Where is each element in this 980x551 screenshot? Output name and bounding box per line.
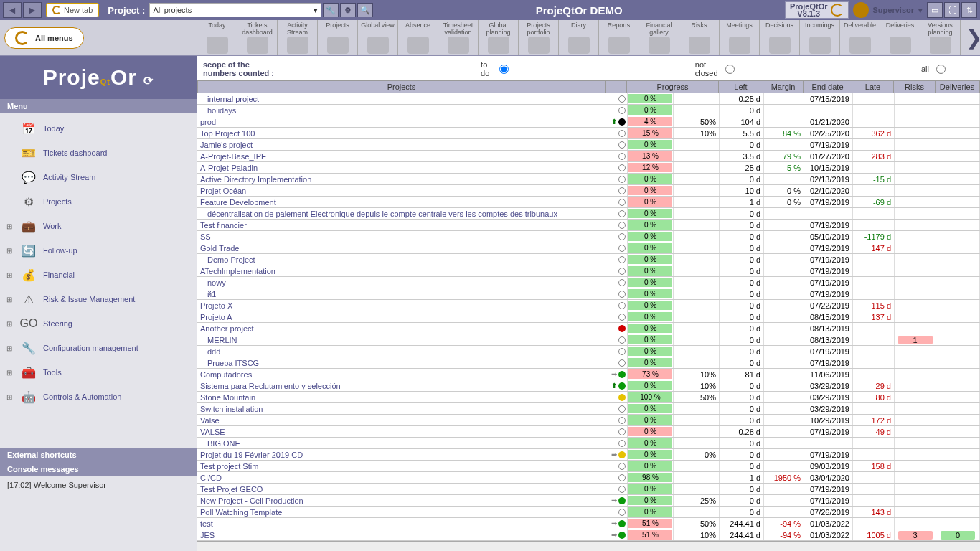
scope-notclosed-label[interactable]: not closed — [695, 60, 718, 77]
cell-project[interactable]: test — [197, 518, 606, 529]
nav-item[interactable]: Global planning — [479, 20, 519, 55]
sidebar-item[interactable]: ⊞🔄Follow-up — [0, 238, 197, 263]
sidebar-item[interactable]: ⊞💼Work — [0, 214, 197, 238]
sidebar-item[interactable]: ⊞GOSteering — [0, 311, 197, 336]
cell-project[interactable]: New Project - Cell Production — [197, 495, 606, 506]
table-row[interactable]: prod⬆4 %50%104 d01/21/2020 — [197, 116, 980, 128]
cell-project[interactable]: SS — [197, 231, 606, 242]
table-row[interactable]: ATechImplementation0 %0 d07/19/2019 — [197, 265, 980, 277]
cell-project[interactable]: ATechImplementation — [197, 265, 606, 276]
nav-item[interactable]: Reports — [599, 20, 639, 55]
scope-todo-radio[interactable] — [499, 65, 509, 74]
cell-project[interactable]: Switch installation — [197, 403, 606, 414]
table-row[interactable]: A-Projet-Paladin12 %25 d5 %10/15/2019 — [197, 162, 980, 174]
nav-item[interactable]: Diary — [559, 20, 599, 55]
sidebar-item[interactable]: ⊞⚠Risk & Issue Management — [0, 287, 197, 311]
table-row[interactable]: VALSE0 %0.28 d07/19/201949 d — [197, 426, 980, 438]
table-row[interactable]: New Project - Cell Production➡0 %25%0 d0… — [197, 495, 980, 507]
table-row[interactable]: internal project0 %0.25 d07/15/2019 — [197, 93, 980, 105]
cell-project[interactable]: internal project — [197, 93, 606, 104]
collapse-icon[interactable]: ▭ — [927, 2, 943, 18]
cell-project[interactable]: Top Project 100 — [197, 128, 606, 138]
cell-project[interactable]: Computadores — [197, 369, 606, 380]
cell-project[interactable]: Sistema para Reclutamiento y selección — [197, 380, 606, 391]
table-row[interactable]: JES➡51 %10%244.41 d-94 %01/03/20221005 d… — [197, 529, 980, 541]
project-selector[interactable]: All projects ▾ — [149, 3, 321, 17]
cell-project[interactable]: décentralisation de paiement Electroniqu… — [197, 208, 606, 219]
table-row[interactable]: A-Projet-Base_IPE13 %3.5 d79 %01/27/2020… — [197, 151, 980, 162]
table-row[interactable]: nowy0 %0 d07/19/2019 — [197, 277, 980, 288]
console-header[interactable]: Console messages — [0, 462, 197, 476]
cell-project[interactable]: Feature Development — [197, 197, 606, 207]
cell-project[interactable]: Projeto A — [197, 311, 606, 322]
cell-project[interactable]: Poll Watching Template — [197, 507, 606, 517]
nav-item[interactable]: Incomings — [800, 20, 840, 55]
cell-project[interactable]: Active Directory Implementation — [197, 174, 606, 184]
scope-todo-label[interactable]: to do — [481, 60, 492, 77]
cell-project[interactable]: JES — [197, 529, 606, 540]
table-row[interactable]: Prueba ITSCG0 %0 d07/19/2019 — [197, 357, 980, 369]
cell-project[interactable]: Test financier — [197, 220, 606, 230]
nav-item[interactable]: Decisions — [760, 20, 800, 55]
col-header-end[interactable]: End date — [804, 81, 852, 93]
sidebar-item[interactable]: ⊞🧰Tools — [0, 360, 197, 385]
nav-item[interactable]: Absence — [398, 20, 438, 55]
cell-project[interactable]: Another project — [197, 323, 606, 334]
search-icon[interactable]: 🔍 — [357, 3, 373, 17]
table-row[interactable]: Projeto X0 %0 d07/22/2019115 d — [197, 300, 980, 311]
col-header-progress[interactable]: Progress — [627, 81, 719, 93]
table-row[interactable]: Projeto A0 %0 d08/15/2019137 d — [197, 311, 980, 323]
sidebar-item[interactable]: 🎫Tickets dashboard — [0, 141, 197, 165]
nav-item[interactable]: Risks — [679, 20, 720, 55]
table-row[interactable]: Feature Development0 %1 d0 %07/19/2019-6… — [197, 197, 980, 208]
col-header-late[interactable]: Late — [852, 81, 894, 93]
table-row[interactable]: MERLIN0 %0 d08/13/20191 — [197, 334, 980, 346]
table-row[interactable]: Valse0 %0 d10/29/2019172 d — [197, 415, 980, 426]
sidebar-item[interactable]: 📅Today — [0, 116, 197, 141]
table-row[interactable]: Projet du 19 Février 2019 CD➡0 %0%0 d07/… — [197, 449, 980, 461]
table-row[interactable]: test➡51 %50%244.41 d-94 %01/03/2022 — [197, 518, 980, 529]
cell-project[interactable]: Demo Project — [197, 254, 606, 265]
cell-project[interactable]: Prueba ITSCG — [197, 357, 606, 368]
table-row[interactable]: SS0 %0 d05/10/2019-1179 d — [197, 231, 980, 242]
cell-project[interactable]: BIG ONE — [197, 438, 606, 448]
horizontal-scrollbar[interactable] — [197, 541, 980, 551]
switch-icon[interactable]: ⇅ — [961, 2, 977, 18]
nav-item[interactable]: Projects portfolio — [519, 20, 559, 55]
table-row[interactable]: holidays0 %0 d — [197, 105, 980, 116]
gear-icon[interactable]: ⚙ — [340, 3, 356, 17]
table-row[interactable]: й10 %0 d07/19/2019 — [197, 288, 980, 300]
table-row[interactable]: décentralisation de paiement Electroniqu… — [197, 208, 980, 220]
version-box[interactable]: ProjeQtOr V8.1.3 — [785, 1, 849, 19]
nav-scroll-right[interactable]: ❯ — [967, 20, 980, 55]
tools-icon[interactable]: 🔧 — [323, 3, 339, 17]
sidebar-item[interactable]: 💬Activity Stream — [0, 165, 197, 189]
cell-project[interactable]: Gold Trade — [197, 242, 606, 253]
nav-item[interactable]: Deliveries — [880, 20, 920, 55]
table-row[interactable]: Projet Océan0 %10 d0 %02/10/2020 — [197, 185, 980, 197]
nav-item[interactable]: Activity Stream — [278, 20, 318, 55]
new-tab-button[interactable]: New tab — [46, 3, 99, 17]
cell-project[interactable]: Projeto X — [197, 300, 606, 311]
cell-project[interactable]: Projet du 19 Février 2019 CD — [197, 449, 606, 460]
table-row[interactable]: ddd0 %0 d07/19/2019 — [197, 346, 980, 357]
back-button[interactable]: ◄ — [3, 2, 22, 18]
table-row[interactable]: Test project Stim0 %0 d09/03/2019158 d — [197, 461, 980, 472]
sidebar-item[interactable]: ⊞💰Financial — [0, 263, 197, 287]
scope-all-radio[interactable] — [936, 65, 946, 74]
table-row[interactable]: Switch installation0 %0 d03/29/2019 — [197, 403, 980, 415]
cell-project[interactable]: Test Projet GECO — [197, 484, 606, 494]
col-header-margin[interactable]: Margin — [763, 81, 804, 93]
all-menus-button[interactable]: All menus — [4, 27, 84, 49]
nav-item[interactable]: Tickets dashboard — [237, 20, 278, 55]
cell-project[interactable]: MERLIN — [197, 334, 606, 345]
table-row[interactable]: Demo Project0 %0 d07/19/2019 — [197, 254, 980, 265]
sidebar-item[interactable]: ⊞🔧Configuration management — [0, 336, 197, 360]
table-row[interactable]: Test Projet GECO0 %0 d07/19/2019 — [197, 484, 980, 495]
nav-item[interactable]: Projects — [318, 20, 358, 55]
col-header-deliveries[interactable]: Deliveries — [936, 81, 979, 93]
col-header-risks[interactable]: Risks — [894, 81, 936, 93]
cell-project[interactable]: Projet Océan — [197, 185, 606, 196]
nav-item[interactable]: Versions planning — [920, 20, 961, 55]
nav-item[interactable]: Timesheet validation — [438, 20, 479, 55]
